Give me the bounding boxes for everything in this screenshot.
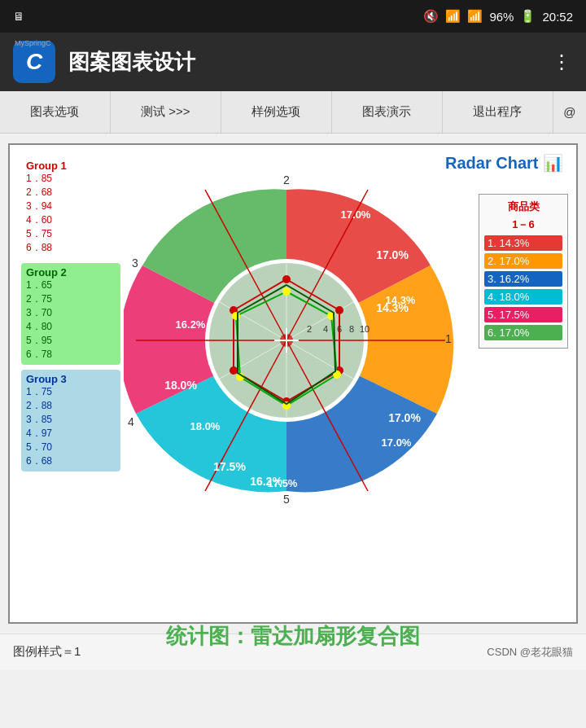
svg-text:17.0%: 17.0%	[376, 248, 409, 261]
time-label: 20:52	[542, 10, 573, 24]
svg-text:6: 6	[337, 324, 342, 334]
legend-group-1-title: Group 1	[26, 160, 116, 172]
legend-g2-v1: 1．65	[26, 278, 116, 292]
status-right: 🔇 📶 📶 96% 🔋 20:52	[423, 9, 573, 24]
svg-text:17.5%: 17.5%	[268, 477, 298, 489]
svg-point-25	[282, 275, 291, 283]
right-legend-title-line2: 1－6	[484, 217, 562, 232]
chart-bottom-label: 统计图：雷达加扇形复合图	[18, 619, 568, 654]
nav-item-exit[interactable]: 退出程序	[443, 91, 553, 133]
legend-g1-v3: 3．94	[26, 200, 116, 213]
svg-point-26	[335, 306, 343, 314]
nav-item-sample-options[interactable]: 样例选项	[221, 91, 332, 133]
nav-item-at[interactable]: @	[553, 91, 586, 133]
svg-point-32	[282, 287, 291, 296]
svg-text:17.0%: 17.0%	[388, 411, 421, 424]
mute-icon: 🔇	[423, 9, 439, 24]
app-title: 图案图表设计	[68, 48, 539, 77]
legend-group-1: Group 1 1．85 2．68 3．94 4．60 5．75 6．88	[21, 156, 120, 258]
legend-g1-v4: 4．60	[26, 213, 116, 227]
legend-item-6: 6. 17.0%	[484, 325, 562, 340]
header-menu-icon[interactable]: ⋮	[552, 50, 573, 73]
battery-icon: 🔋	[520, 9, 536, 24]
legend-g3-v6: 6．68	[26, 454, 116, 468]
wifi-icon: 📶	[445, 9, 461, 24]
legend-g1-v5: 5．75	[26, 227, 116, 241]
svg-text:16.2%: 16.2%	[176, 318, 206, 331]
nav-item-chart-demo[interactable]: 图表演示	[332, 91, 443, 133]
battery-label: 96%	[489, 10, 514, 24]
legend-group-3: Group 3 1．75 2．88 3．85 4．97 5．70 6．68	[21, 370, 120, 471]
status-left: 🖥	[13, 10, 24, 23]
svg-text:17.0%: 17.0%	[382, 436, 412, 449]
chart-inner: Group 1 1．85 2．68 3．94 4．60 5．75 6．88 Gr…	[18, 153, 568, 614]
nav-bar: 图表选项 测试 >>> 样例选项 图表演示 退出程序 @	[0, 91, 586, 134]
svg-text:4: 4	[323, 324, 328, 334]
legend-g2-v6: 6．78	[26, 348, 116, 362]
svg-text:14.3%: 14.3%	[386, 294, 416, 306]
nav-item-chart-options[interactable]: 图表选项	[0, 91, 111, 133]
right-legend-title-line1: 商品类	[484, 200, 562, 214]
svg-text:17.5%: 17.5%	[213, 460, 246, 473]
legend-g2-v4: 4．80	[26, 320, 116, 334]
legend-item-4: 4. 18.0%	[484, 289, 562, 305]
legend-item-5: 5. 17.5%	[484, 307, 562, 322]
svg-text:8: 8	[349, 324, 354, 334]
screen-icon: 🖥	[13, 10, 24, 23]
legend-g1-v1: 1．85	[26, 172, 116, 186]
chart-section: Radar Chart 📊 Group 1 1．85 2．68 3．94 4．6…	[8, 143, 578, 624]
legend-g3-v3: 3．85	[26, 413, 116, 427]
chart-canvas: 2 1 5 4 3	[124, 153, 568, 614]
svg-point-37	[232, 312, 240, 320]
svg-text:18.0%: 18.0%	[190, 420, 221, 432]
nav-item-test[interactable]: 测试 >>>	[111, 91, 221, 133]
right-legend: 商品类 1－6 1. 14.3% 2. 17.0% 3. 16.2% 4. 18…	[479, 194, 568, 349]
legend-g2-v5: 5．95	[26, 334, 116, 348]
legend-g2-v3: 3．70	[26, 306, 116, 320]
svg-text:1: 1	[445, 332, 452, 345]
legend-g3-v5: 5．70	[26, 441, 116, 454]
legend-group-2-title: Group 2	[26, 266, 116, 278]
legend-item-2: 2. 17.0%	[484, 253, 562, 269]
legend-item-3: 3. 16.2%	[484, 271, 562, 287]
svg-text:5: 5	[283, 493, 290, 506]
left-legend: Group 1 1．85 2．68 3．94 4．60 5．75 6．88 Gr…	[18, 153, 124, 614]
svg-text:3: 3	[132, 257, 138, 270]
radar-chart-svg: 2 1 5 4 3	[124, 153, 490, 544]
svg-text:17.0%: 17.0%	[341, 208, 371, 221]
legend-g3-v2: 2．88	[26, 399, 116, 413]
status-bar: 🖥 🔇 📶 📶 96% 🔋 20:52	[0, 0, 586, 33]
logo-label: MySpringC	[15, 39, 51, 47]
legend-g1-v6: 6．88	[26, 241, 116, 255]
legend-item-1: 1. 14.3%	[484, 235, 562, 251]
legend-g2-v2: 2．75	[26, 292, 116, 306]
svg-text:4: 4	[128, 415, 134, 428]
legend-g1-v2: 2．68	[26, 186, 116, 200]
signal-icon: 📶	[467, 9, 483, 24]
svg-text:10: 10	[360, 324, 370, 334]
svg-text:2: 2	[283, 173, 290, 186]
legend-g3-v1: 1．75	[26, 385, 116, 399]
legend-group-3-title: Group 3	[26, 373, 116, 385]
svg-point-29	[230, 366, 238, 375]
svg-text:18.0%: 18.0%	[164, 379, 197, 392]
legend-group-2: Group 2 1．65 2．75 3．70 4．80 5．95 6．78	[21, 263, 120, 365]
svg-text:2: 2	[307, 324, 312, 334]
legend-g3-v4: 4．97	[26, 427, 116, 441]
app-header: C MySpringC 图案图表设计 ⋮	[0, 33, 586, 91]
